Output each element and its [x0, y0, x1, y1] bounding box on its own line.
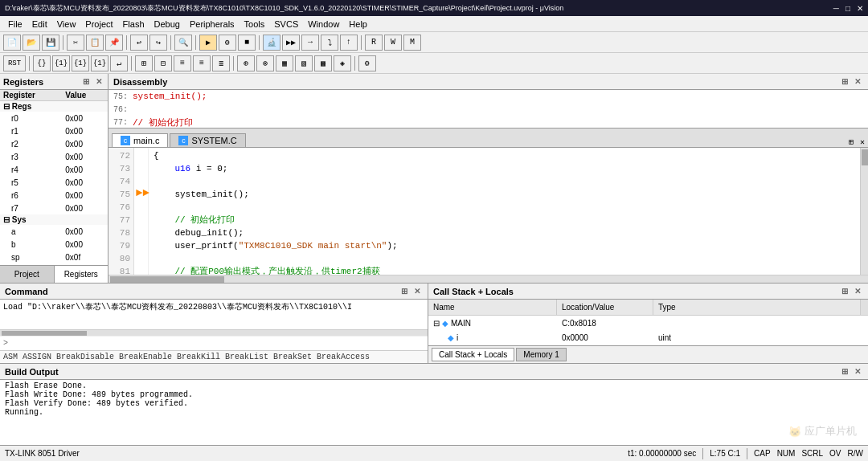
menu-flash[interactable]: Flash	[118, 16, 149, 31]
redo-button[interactable]: ↪	[149, 35, 167, 51]
code-line-79: user_printf("TXM8C1010_SDK main start\n"…	[154, 239, 860, 252]
command-float-btn[interactable]: ⊞	[399, 287, 410, 296]
rebuild-button[interactable]: ⚙	[219, 35, 236, 51]
step-out-button[interactable]: ↑	[340, 35, 358, 51]
command-input[interactable]	[8, 339, 424, 348]
registers-close-btn[interactable]: ✕	[93, 77, 104, 86]
tb2-b11[interactable]: ⊕	[237, 55, 255, 71]
code-editor-float-btn[interactable]: ⊞	[845, 137, 857, 147]
menu-view[interactable]: View	[52, 16, 81, 31]
command-scrollbar-h[interactable]	[0, 329, 428, 336]
callstack-close-btn[interactable]: ✕	[852, 287, 863, 296]
expand-icon-main[interactable]: ⊟	[433, 319, 440, 328]
command-close-btn[interactable]: ✕	[411, 287, 423, 296]
callstack-float-btn[interactable]: ⊞	[839, 287, 850, 296]
tb2-b1[interactable]: {}	[33, 55, 51, 71]
tb2-b8[interactable]: ≡	[174, 55, 191, 71]
menu-file[interactable]: File	[3, 16, 27, 31]
ln-75: 75	[108, 188, 133, 201]
cs-cell-i-name: ◆ i	[428, 333, 557, 342]
tb2-b16[interactable]: ◈	[334, 55, 351, 71]
new-button[interactable]: 📄	[3, 35, 21, 51]
status-scrl: SCRL	[801, 449, 823, 458]
tab-project[interactable]: Project	[0, 266, 55, 283]
watch-button[interactable]: W	[384, 35, 402, 51]
code-scrollbar-v[interactable]	[860, 148, 868, 275]
build-button[interactable]: ▶	[199, 35, 217, 51]
callstack-columns: Name Location/Value Type	[428, 300, 868, 316]
menu-help[interactable]: Help	[344, 16, 372, 31]
debug-button[interactable]: 🔬	[263, 35, 280, 51]
tb2-b12[interactable]: ⊗	[256, 55, 274, 71]
code-content[interactable]: { u16 i = 0; system_init(); // 初始化打印 deb…	[149, 148, 860, 275]
registers-float-btn[interactable]: ⊞	[80, 77, 92, 86]
registers-button[interactable]: R	[365, 35, 383, 51]
command-output-line: Load "D:\\raker\\泰芯\\泰芯MCU资料发布_20220803\…	[3, 301, 424, 312]
register-row: r1 0x00	[0, 124, 108, 137]
menu-edit[interactable]: Edit	[27, 16, 52, 31]
build-content: Flash Erase Done.Flash Write Done: 489 b…	[0, 380, 868, 455]
registers-table: Register Value ⊟ Regsr0 0x00r1 0x00r2 0x…	[0, 90, 108, 265]
code-scrollbar-h[interactable]	[108, 275, 868, 283]
minimize-button[interactable]: ─	[833, 4, 839, 13]
status-num: NUM	[777, 449, 796, 458]
tb2-b5[interactable]: ↵	[110, 55, 128, 71]
memory-button[interactable]: M	[403, 35, 421, 51]
menu-project[interactable]: Project	[80, 16, 117, 31]
cs-col-type: Type	[653, 300, 860, 315]
maximize-button[interactable]: □	[845, 4, 850, 13]
tab-callstack-locals[interactable]: Call Stack + Locals	[432, 348, 514, 361]
code-line-76	[154, 201, 860, 214]
menu-peripherals[interactable]: Peripherals	[185, 16, 240, 31]
paste-button[interactable]: 📌	[105, 35, 123, 51]
tb2-b9[interactable]: ≡	[193, 55, 211, 71]
close-button[interactable]: ✕	[857, 4, 863, 13]
tb2-b15[interactable]: ▩	[314, 55, 332, 71]
line-numbers: 72 73 74 75 76 77 78 79 80 81 82 83	[108, 148, 134, 275]
tab-memory-1[interactable]: Memory 1	[516, 348, 566, 361]
tb2-b7[interactable]: ⊟	[154, 55, 172, 71]
tb2-b13[interactable]: ▦	[276, 55, 293, 71]
tb2-b17[interactable]: ⚙	[358, 55, 376, 71]
tb2-b6[interactable]: ⊞	[135, 55, 153, 71]
cs-cell-i-type: uint	[653, 333, 868, 342]
tb2-b4[interactable]: {1}	[91, 55, 108, 71]
tab-system-c[interactable]: c SYSTEM.C	[170, 133, 245, 147]
ln-77: 77	[108, 214, 133, 226]
open-button[interactable]: 📂	[23, 35, 40, 51]
menu-tools[interactable]: Tools	[240, 16, 270, 31]
disassembly-float-btn[interactable]: ⊞	[839, 77, 850, 86]
command-panel: Command ⊞ ✕ Load "D:\\raker\\泰芯\\泰芯MCU资料…	[0, 284, 428, 363]
run-button[interactable]: ▶▶	[282, 35, 300, 51]
cs-row-i: ◆ i 0x0000 uint	[428, 330, 868, 345]
build-title: Build Output	[5, 367, 59, 377]
tb2-b2[interactable]: {1}	[52, 55, 70, 71]
tb2-b14[interactable]: ▧	[295, 55, 313, 71]
save-button[interactable]: 💾	[42, 35, 59, 51]
register-row: r3 0x00	[0, 150, 108, 163]
tb2-b10[interactable]: ≣	[212, 55, 230, 71]
menu-window[interactable]: Window	[303, 16, 344, 31]
cut-button[interactable]: ✂	[67, 35, 84, 51]
disassembly-close-btn[interactable]: ✕	[852, 77, 863, 86]
code-editor-close-btn[interactable]: ✕	[857, 137, 868, 147]
undo-button[interactable]: ↩	[130, 35, 148, 51]
code-line-73: u16 i = 0;	[154, 162, 860, 175]
step-button[interactable]: →	[301, 35, 319, 51]
build-float-btn[interactable]: ⊞	[839, 367, 850, 376]
find-button[interactable]: 🔍	[174, 35, 192, 51]
tb2-b3[interactable]: {1}	[72, 55, 89, 71]
tab-main-c[interactable]: c main.c	[112, 133, 168, 147]
copy-button[interactable]: 📋	[86, 35, 104, 51]
step-over-button[interactable]: ⤵	[321, 35, 338, 51]
build-close-btn[interactable]: ✕	[852, 367, 863, 376]
cs-col-name: Name	[428, 300, 557, 315]
menu-debug[interactable]: Debug	[149, 16, 185, 31]
tab-registers[interactable]: Registers	[55, 266, 108, 283]
menu-svcs[interactable]: SVCS	[269, 16, 303, 31]
register-row: r6 0x00	[0, 189, 108, 202]
rst-button[interactable]: RST	[3, 55, 26, 71]
cs-scrollbar-v[interactable]	[860, 300, 868, 315]
registers-title: Registers	[3, 77, 43, 87]
stop-build-button[interactable]: ■	[238, 35, 256, 51]
